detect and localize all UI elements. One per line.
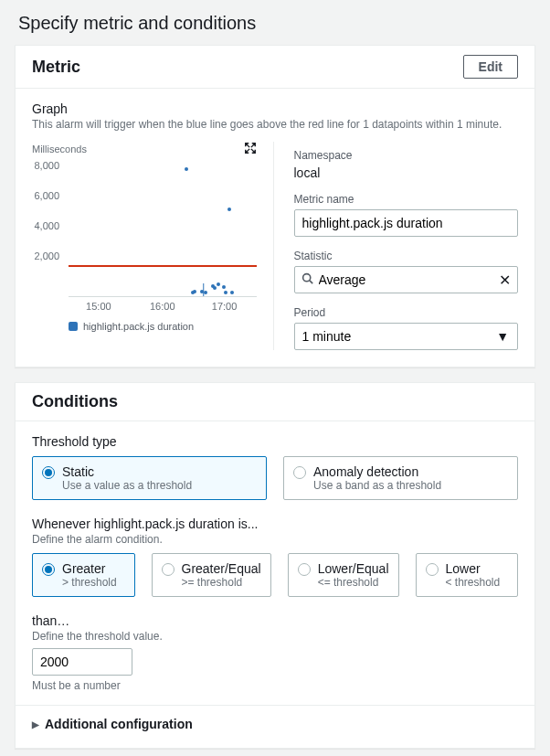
y-tick: 6,000 [34, 190, 59, 201]
additional-configuration-toggle[interactable]: ▶ Additional configuration [32, 717, 518, 731]
tile-sub: < threshold [446, 576, 509, 589]
conditions-panel: Conditions Threshold type Static Use a v… [15, 382, 535, 749]
tile-sub: Use a band as a threshold [313, 479, 508, 492]
than-helper: Must be a number [32, 679, 518, 692]
radio-icon [293, 466, 306, 479]
threshold-value-input[interactable] [32, 648, 132, 676]
metric-heading: Metric [32, 58, 80, 77]
whenever-label: Whenever highlight.pack.js duration is..… [32, 516, 518, 531]
period-select[interactable] [294, 323, 519, 350]
tile-title: Anomaly detection [313, 464, 508, 479]
chart-legend: highlight.pack.js duration [69, 321, 257, 332]
edit-button[interactable]: Edit [463, 55, 518, 79]
operator-greater-equal[interactable]: Greater/Equal >= threshold [152, 553, 271, 597]
radio-icon [42, 563, 55, 576]
metric-name-label: Metric name [294, 193, 519, 206]
namespace-label: Namespace [294, 149, 519, 162]
threshold-type-static[interactable]: Static Use a value as a threshold [32, 456, 267, 500]
tile-sub: >= threshold [182, 576, 261, 589]
statistic-input[interactable] [294, 266, 519, 293]
namespace-value: local [294, 165, 519, 180]
tile-sub: > threshold [62, 576, 125, 589]
clear-icon[interactable]: ✕ [499, 272, 511, 289]
radio-icon [162, 563, 175, 576]
threshold-line [69, 265, 257, 267]
radio-icon [426, 563, 439, 576]
y-tick: 4,000 [34, 220, 59, 231]
chart: 2,000 4,000 6,000 8,000 [32, 162, 257, 317]
statistic-label: Statistic [294, 250, 519, 262]
chart-container: Milliseconds 2,000 4,000 6,000 8,000 [32, 142, 274, 350]
tile-title: Greater/Equal [182, 561, 261, 576]
whenever-sub: Define the alarm condition. [32, 533, 518, 546]
x-tick: 16:00 [150, 301, 175, 312]
radio-icon [42, 466, 55, 479]
metric-panel-header: Metric Edit [16, 46, 534, 89]
tile-sub: <= threshold [318, 576, 389, 589]
svg-point-0 [302, 274, 310, 282]
tile-title: Static [62, 464, 257, 479]
legend-label: highlight.pack.js duration [83, 321, 194, 332]
metric-panel: Metric Edit Graph This alarm will trigge… [15, 45, 535, 367]
threshold-type-label: Threshold type [32, 434, 518, 449]
x-tick: 15:00 [86, 301, 111, 312]
operator-greater[interactable]: Greater > threshold [32, 553, 135, 597]
plot-area [69, 162, 257, 297]
operator-lower[interactable]: Lower < threshold [416, 553, 519, 597]
triangle-right-icon: ▶ [32, 719, 39, 729]
expand-chart-icon[interactable] [244, 142, 257, 156]
y-tick: 8,000 [34, 160, 59, 171]
metric-name-input[interactable] [294, 209, 519, 237]
x-tick: 17:00 [212, 301, 238, 312]
period-label: Period [294, 306, 519, 319]
conditions-heading: Conditions [32, 392, 118, 411]
y-tick: 2,000 [34, 250, 59, 261]
chart-unit: Milliseconds [32, 144, 87, 154]
search-icon [301, 272, 313, 287]
graph-label: Graph [32, 101, 518, 116]
than-label: than… [32, 613, 518, 628]
than-sub: Define the threshold value. [32, 630, 518, 643]
additional-config-label: Additional configuration [45, 717, 193, 731]
legend-swatch [69, 322, 78, 331]
radio-icon [298, 563, 311, 576]
threshold-type-anomaly[interactable]: Anomaly detection Use a band as a thresh… [283, 456, 518, 500]
graph-desc: This alarm will trigger when the blue li… [32, 118, 518, 131]
tile-sub: Use a value as a threshold [62, 479, 257, 492]
operator-lower-equal[interactable]: Lower/Equal <= threshold [288, 553, 399, 597]
tile-title: Lower [446, 561, 509, 576]
tile-title: Lower/Equal [318, 561, 389, 576]
conditions-panel-header: Conditions [16, 383, 534, 421]
tile-title: Greater [62, 561, 125, 576]
page-title: Specify metric and conditions [0, 0, 550, 45]
